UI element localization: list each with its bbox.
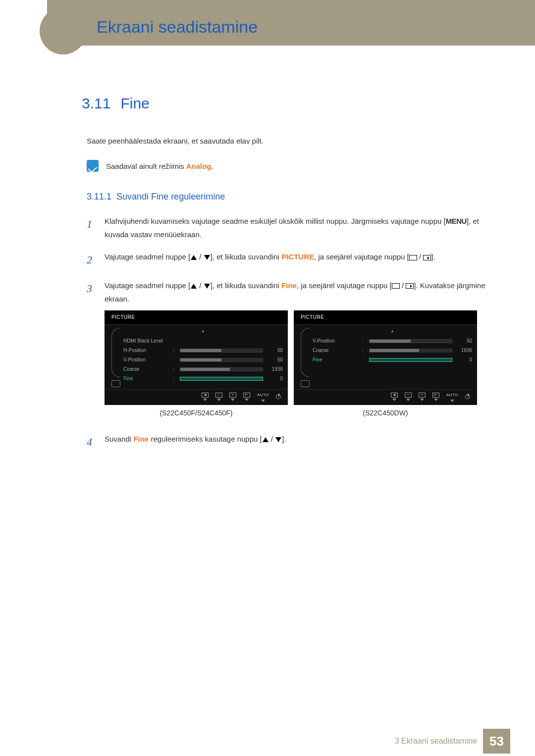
osd-item-value: 50 (267, 346, 283, 355)
step4-text-a: Suvandi (105, 435, 133, 443)
subsection-title: Suvandi Fine reguleerimine (116, 192, 225, 202)
osd-colon: : (173, 355, 176, 364)
section-title: Fine (120, 95, 149, 112)
osd-item-value: 50 (267, 355, 283, 364)
footer-page-number: 53 (483, 729, 510, 754)
osd-title: PICTURE (294, 310, 477, 325)
osd-row: PICTURE ▲ HDMI Black LevelH-Position:50V… (105, 310, 500, 420)
osd-scroll-up-icon: ▲ (123, 328, 283, 335)
step-body: Suvandi Fine reguleerimiseks kasutage nu… (105, 432, 500, 446)
note-check-icon (87, 160, 99, 172)
footer-label: 3 Ekraani seadistamine (395, 737, 483, 746)
step1-text-a: Klahvijuhendi kuvamiseks vajutage seadme… (105, 217, 446, 225)
osd-item-value: 50 (456, 337, 472, 346)
menu-label: MENU (446, 217, 467, 225)
osd-right-caption: (S22C450DW) (294, 407, 477, 419)
osd-item-label: Coarse (313, 346, 358, 355)
osd-item: Coarse:1936 (123, 365, 283, 374)
note-prefix: Saadaval ainult režiimis (106, 162, 186, 170)
osd-ctrl-power (465, 394, 470, 399)
osd-item: H-Position:50 (123, 346, 283, 355)
triangle-up-icon (191, 284, 197, 289)
chapter-title: Ekraani seadistamine (97, 17, 258, 37)
osd-ctrl-power (276, 394, 281, 399)
step-number: 1 (87, 214, 96, 234)
osd-item-value: 0 (267, 374, 283, 383)
osd-ctrl-back: ◄ (391, 393, 398, 401)
note-suffix: . (212, 162, 214, 170)
osd-item-list: ▲ HDMI Black LevelH-Position:50V-Positio… (123, 328, 283, 387)
osd-side-icon (301, 380, 310, 387)
step2-mid: ], et liikuda suvandini (211, 252, 281, 261)
step-list: 1 Klahvijuhendi kuvamiseks vajutage sead… (82, 214, 500, 452)
osd-ctrl-enter: ↵ (432, 393, 439, 401)
osd-colon: : (362, 355, 365, 364)
enter-icon (406, 283, 414, 289)
osd-item-value: 1936 (267, 365, 283, 374)
step4-highlight: Fine (133, 435, 149, 443)
osd-colon: : (173, 365, 176, 374)
osd-item-list: ▲ V-Position:50Coarse:1936Fine:0 (313, 328, 472, 387)
intro-text: Saate peenhäälestada ekraani, et saavuta… (82, 137, 500, 145)
osd-item-label: V-Position (313, 337, 358, 346)
osd-slider-bar (369, 358, 452, 362)
source-icon (409, 255, 417, 260)
osd-ctrl-auto: AUTO (446, 392, 458, 402)
step3-text-b: , ja seejärel vajutage nuppu [ (297, 281, 392, 290)
osd-item-label: HDMI Black Level (123, 337, 169, 346)
triangle-up-icon (191, 255, 197, 260)
step-3: 3 Vajutage seadmel nuppe [ / ], et liiku… (87, 279, 500, 424)
step-number: 3 (87, 279, 96, 299)
step3-highlight: Fine (281, 281, 297, 290)
osd-item: V-Position:50 (123, 355, 283, 365)
osd-item: HDMI Black Level (123, 337, 283, 346)
osd-item: Fine:0 (123, 374, 283, 384)
osd-item-label: Fine (123, 374, 169, 383)
step3-mid: ], et liikuda suvandini (211, 281, 281, 290)
osd-ctrl-auto: AUTO (257, 392, 269, 402)
osd-ctrl-minus: − (405, 393, 412, 401)
osd-item-label: Coarse (123, 365, 169, 374)
step2-text-b: , ja seejärel vajutage nuppu [ (314, 252, 409, 261)
osd-item: V-Position:50 (313, 337, 472, 346)
osd-controls: ◄ − + ↵ AUTO (105, 389, 288, 403)
step-number: 4 (87, 432, 96, 452)
section-number: 3.11 (82, 95, 110, 112)
osd-ctrl-plus: + (229, 393, 236, 401)
osd-controls: ◄ − + ↵ AUTO (294, 389, 477, 403)
subsection-number: 3.11.1 (87, 192, 111, 202)
triangle-down-icon (275, 437, 281, 442)
step2-highlight: PICTURE (281, 252, 314, 261)
step3-text-a: Vajutage seadmel nuppe [ (105, 281, 190, 290)
osd-scroll-up-icon: ▲ (313, 328, 472, 335)
step4-text-c: ]. (282, 435, 286, 443)
step-body: Vajutage seadmel nuppe [ / ], et liikuda… (105, 279, 500, 424)
osd-item-label: V-Position (123, 355, 169, 364)
step-body: Klahvijuhendi kuvamiseks vajutage seadme… (105, 214, 500, 241)
left-margin-band (0, 0, 47, 756)
note-highlight: Analog (186, 162, 212, 170)
osd-title: PICTURE (105, 310, 288, 325)
osd-curve-icon (111, 328, 120, 377)
osd-item: Coarse:1936 (313, 346, 472, 355)
osd-colon: : (362, 346, 365, 355)
osd-slider-bar (180, 377, 263, 381)
step4-text-b: reguleerimiseks kasutage nuppu [ (149, 435, 262, 443)
subsection-header: 3.11.1 Suvandi Fine reguleerimine (82, 192, 500, 202)
footer: 3 Ekraani seadistamine 53 (47, 726, 535, 756)
content-area: 3.11 Fine Saate peenhäälestada ekraani, … (47, 46, 535, 726)
step2-text-a: Vajutage seadmel nuppe [ (105, 252, 190, 261)
section-header: 3.11 Fine (82, 95, 500, 112)
osd-slider-bar (180, 358, 263, 362)
osd-slider-bar (369, 349, 452, 353)
osd-item-value: 1936 (456, 346, 472, 355)
step-number: 2 (87, 250, 96, 270)
step-2: 2 Vajutage seadmel nuppe [ / ], et liiku… (87, 250, 500, 270)
step-1: 1 Klahvijuhendi kuvamiseks vajutage sead… (87, 214, 500, 241)
osd-item-label: H-Position (123, 346, 169, 355)
triangle-down-icon (204, 284, 210, 289)
step-body: Vajutage seadmel nuppe [ / ], et liikuda… (105, 250, 500, 263)
osd-slider-bar (180, 349, 263, 353)
osd-item-label: Fine (313, 355, 358, 364)
osd-sidebar (108, 328, 123, 387)
